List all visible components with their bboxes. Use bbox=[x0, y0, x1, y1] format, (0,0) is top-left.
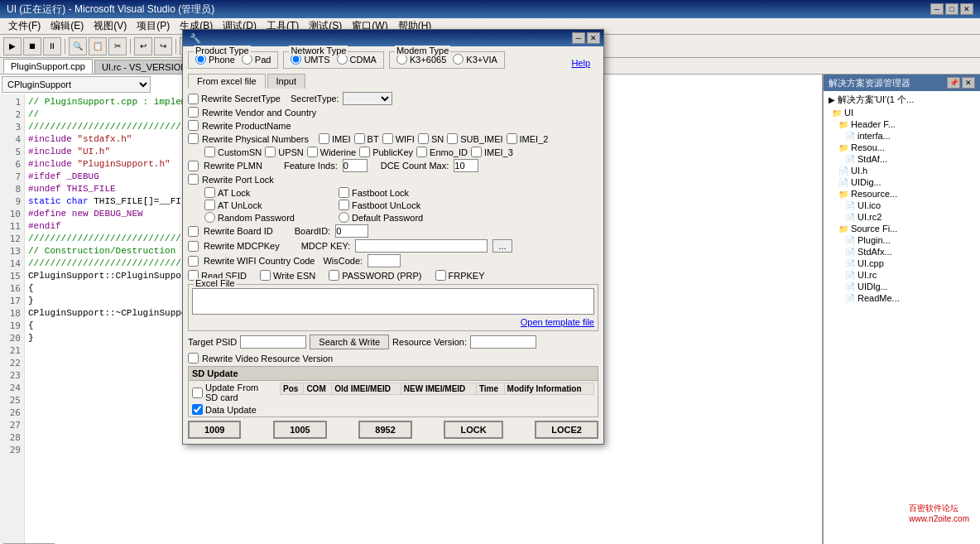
tree-item-ui-ico[interactable]: 📄 UI.ico bbox=[825, 200, 978, 211]
tree-item-plugin[interactable]: 📄 Plugin... bbox=[825, 234, 978, 246]
solution-pin-btn[interactable]: 📌 bbox=[947, 77, 960, 89]
phys-imei2[interactable]: IMEI_2 bbox=[507, 133, 549, 144]
fastboot-unlock-check[interactable] bbox=[339, 200, 349, 210]
phys-imei3[interactable]: IMEI_3 bbox=[471, 147, 513, 157]
restore-btn[interactable]: □ bbox=[945, 3, 958, 15]
at-lock-item[interactable]: AT Lock bbox=[204, 187, 337, 198]
solution-close-btn[interactable]: ✕ bbox=[962, 77, 975, 89]
phys-imei3-check[interactable] bbox=[471, 147, 482, 157]
at-lock-check[interactable] bbox=[204, 187, 215, 198]
tree-item-solution[interactable]: ▶ 解决方案'UI'(1 个... bbox=[825, 93, 978, 107]
tree-item-header[interactable]: 📁 Header F... bbox=[825, 118, 978, 130]
btn-1005[interactable]: 1005 bbox=[273, 421, 326, 439]
default-pwd-item[interactable]: Default Password bbox=[339, 212, 471, 223]
write-esn-item[interactable]: Write ESN bbox=[260, 270, 315, 281]
rewrite-port-lock-check[interactable] bbox=[188, 174, 199, 185]
tree-item-ui-h[interactable]: 📄 UI.h bbox=[825, 165, 978, 176]
rewrite-video-check[interactable] bbox=[188, 353, 199, 363]
board-id-input[interactable] bbox=[335, 224, 368, 238]
phys-publickey-check[interactable] bbox=[359, 147, 370, 157]
target-psid-input[interactable] bbox=[240, 335, 306, 349]
toolbar-btn-7[interactable]: ↩ bbox=[134, 37, 152, 55]
toolbar-btn-4[interactable]: 🔍 bbox=[69, 37, 87, 55]
dialog-minimize[interactable]: ─ bbox=[572, 32, 585, 44]
update-from-sd-check[interactable] bbox=[192, 388, 203, 398]
toolbar-btn-6[interactable]: ✂ bbox=[108, 37, 127, 55]
update-from-sd-item[interactable]: Update From SD card bbox=[192, 383, 271, 402]
phys-upsn[interactable]: UPSN bbox=[265, 147, 304, 157]
rewrite-secret-check[interactable] bbox=[188, 94, 199, 104]
tree-item-interface[interactable]: 📄 interfa... bbox=[825, 130, 978, 142]
radio-k3-via[interactable]: K3+VIA bbox=[453, 54, 497, 65]
mdcp-key-input[interactable] bbox=[355, 239, 488, 253]
phys-imei[interactable]: IMEI bbox=[319, 133, 351, 144]
rewrite-plmn-check[interactable] bbox=[188, 161, 199, 171]
tree-item-resource[interactable]: 📁 Resource... bbox=[825, 188, 978, 200]
rewrite-board-check[interactable] bbox=[188, 226, 199, 237]
phys-enmo-check[interactable] bbox=[416, 147, 427, 157]
data-update-item[interactable]: Data Update bbox=[192, 404, 271, 415]
menu-project[interactable]: 项目(P) bbox=[132, 17, 175, 35]
tree-item-readme[interactable]: 📄 ReadMe... bbox=[825, 292, 978, 304]
dialog-tab-input[interactable]: Input bbox=[267, 74, 305, 89]
tree-item-resou[interactable]: 📁 Resou... bbox=[825, 142, 978, 153]
random-pwd-item[interactable]: Random Password bbox=[204, 212, 337, 223]
tree-item-uidig[interactable]: 📄 UIDig... bbox=[825, 176, 978, 188]
data-update-check[interactable] bbox=[192, 404, 203, 415]
phys-enmo[interactable]: Enmo_ID bbox=[416, 147, 468, 157]
tree-item-stdafx[interactable]: 📄 StdAf... bbox=[825, 153, 978, 165]
tree-item-source[interactable]: 📁 Source Fi... bbox=[825, 223, 978, 234]
tree-item-ui-rc2[interactable]: 📄 UI.rc2 bbox=[825, 211, 978, 223]
phys-bt-check[interactable] bbox=[354, 133, 365, 144]
btn-8952[interactable]: 8952 bbox=[358, 421, 411, 439]
resource-version-input[interactable] bbox=[470, 335, 536, 349]
rewrite-mdcp-check[interactable] bbox=[188, 241, 199, 252]
phys-upsn-check[interactable] bbox=[265, 147, 276, 157]
btn-loce2[interactable]: LOCE2 bbox=[535, 421, 598, 439]
toolbar-btn-2[interactable]: ⏹ bbox=[23, 37, 41, 55]
class-dropdown[interactable]: CPluginSupport bbox=[2, 76, 151, 93]
toolbar-btn-1[interactable]: ▶ bbox=[3, 37, 22, 55]
search-write-btn[interactable]: Search & Write bbox=[310, 335, 389, 349]
phys-sn-check[interactable] bbox=[418, 133, 429, 144]
tree-item-ui[interactable]: 📁 UI bbox=[825, 107, 978, 118]
phys-publickey[interactable]: PublicKey bbox=[359, 147, 413, 157]
default-pwd-radio[interactable] bbox=[339, 212, 349, 223]
help-link[interactable]: Help bbox=[571, 58, 590, 68]
write-esn-check[interactable] bbox=[260, 270, 271, 281]
phys-widerine[interactable]: Widerine bbox=[307, 147, 356, 157]
tree-item-stdafx2[interactable]: 📄 StdAfx... bbox=[825, 246, 978, 258]
tree-item-uidlg[interactable]: 📄 UIDlg... bbox=[825, 281, 978, 292]
menu-view[interactable]: 视图(V) bbox=[89, 17, 132, 35]
phys-customsn-check[interactable] bbox=[204, 147, 215, 157]
phys-wifi-check[interactable] bbox=[382, 133, 393, 144]
fastboot-lock-check[interactable] bbox=[339, 187, 349, 198]
tree-item-ui-cpp[interactable]: 📄 UI.cpp bbox=[825, 258, 978, 269]
toolbar-btn-5[interactable]: 📋 bbox=[89, 37, 107, 55]
rewrite-vendor-check[interactable] bbox=[188, 107, 199, 118]
random-pwd-radio[interactable] bbox=[204, 212, 215, 223]
dce-count-input[interactable] bbox=[454, 159, 478, 172]
menu-edit[interactable]: 编辑(E) bbox=[46, 17, 89, 35]
secret-type-select[interactable] bbox=[343, 92, 392, 105]
wis-code-input[interactable] bbox=[368, 254, 401, 267]
phys-wifi[interactable]: WIFI bbox=[382, 133, 415, 144]
phys-widerine-check[interactable] bbox=[307, 147, 318, 157]
fastboot-lock-item[interactable]: Fastboot Lock bbox=[339, 187, 471, 198]
menu-file[interactable]: 文件(F) bbox=[3, 17, 46, 35]
at-unlock-item[interactable]: AT UnLock bbox=[204, 200, 337, 210]
dialog-tab-excel[interactable]: From excel file bbox=[188, 74, 266, 89]
at-unlock-check[interactable] bbox=[204, 200, 215, 210]
phys-sn[interactable]: SN bbox=[418, 133, 444, 144]
rewrite-product-name-check[interactable] bbox=[188, 120, 199, 131]
fastboot-unlock-item[interactable]: Fastboot UnLock bbox=[339, 200, 471, 210]
phys-sub-imei[interactable]: SUB_IMEI bbox=[447, 133, 502, 144]
phys-imei-check[interactable] bbox=[319, 133, 329, 144]
phys-imei2-check[interactable] bbox=[507, 133, 517, 144]
rewrite-wifi-check[interactable] bbox=[188, 256, 199, 267]
open-template-link[interactable]: Open template file bbox=[192, 317, 594, 327]
rewrite-physical-check[interactable] bbox=[188, 133, 199, 144]
btn-1009[interactable]: 1009 bbox=[188, 421, 241, 439]
minimize-btn[interactable]: ─ bbox=[930, 3, 944, 15]
tree-item-ui-rc[interactable]: 📄 UI.rc bbox=[825, 269, 978, 281]
